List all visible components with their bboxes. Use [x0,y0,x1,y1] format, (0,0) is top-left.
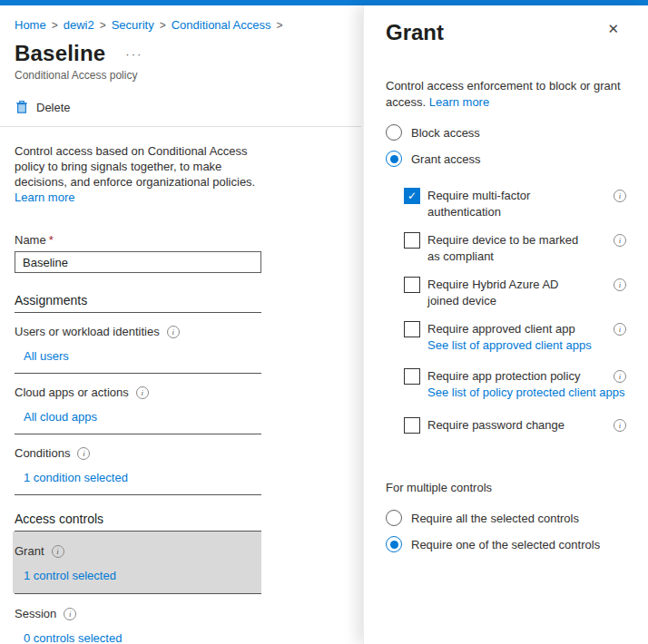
mfa-label: Require multi-factor authentication [427,188,591,220]
checkbox-unchecked-icon[interactable] [404,321,420,337]
require-all-option[interactable]: Require all the selected controls [386,509,626,527]
control-password-change: Require password change i [404,417,626,434]
info-icon[interactable]: i [77,447,90,460]
info-icon[interactable]: i [614,370,626,383]
row-cloud-apps: Cloud apps or actions i All cloud apps [15,385,270,434]
block-access-label: Block access [411,126,480,140]
breadcrumb-separator: > [52,19,58,32]
page-layout: Home>dewi2>Security>Conditional Access> … [0,5,648,644]
assignments-header: Assignments [15,293,270,307]
divider [15,373,261,374]
breadcrumb: Home>dewi2>Security>Conditional Access> [15,18,363,32]
require-one-label: Require one of the selected controls [411,538,600,551]
control-app-protection: Require app protection policy i [404,368,626,385]
hybrid-joined-label: Require Hybrid Azure AD joined device [427,277,591,309]
info-icon[interactable]: i [167,326,180,338]
breadcrumb-separator: > [277,19,283,32]
access-radio-group: Block access Grant access [386,123,626,168]
delete-label: Delete [36,101,71,114]
approved-apps-list-link[interactable]: See list of approved client apps [427,338,592,352]
breadcrumb-dewi2[interactable]: dewi2 [64,18,94,32]
conditions-selected-link[interactable]: 1 condition selected [24,471,128,484]
grant-access-option[interactable]: Grant access [386,150,626,168]
panel-description-text: Control access enforcement to block or g… [386,79,621,109]
access-controls-header: Access controls [15,512,270,526]
password-change-label: Require password change [427,417,591,434]
breadcrumb-conditional-access[interactable]: Conditional Access [172,18,271,32]
page-subtitle: Conditional Access policy [15,69,363,82]
name-input[interactable] [15,251,261,273]
required-asterisk: * [49,233,54,247]
toolbar: Delete [15,96,363,118]
app-protection-label: Require app protection policy [427,368,591,385]
page-title: Baseline [15,41,105,66]
checkbox-checked-icon[interactable]: ✓ [404,188,420,204]
name-field-label: Name* [15,233,270,247]
learn-more-link[interactable]: Learn more [15,190,74,205]
row-users: Users or workload identities i All users [15,325,270,374]
grant-access-label: Grant access [411,152,481,166]
divider [15,494,261,495]
divider [15,434,261,434]
toolbar-divider [0,126,361,127]
name-label-text: Name [15,233,46,247]
grant-flyout-panel: Grant ✕ Control access enforcement to bl… [363,5,648,644]
info-icon[interactable]: i [614,234,626,247]
row-conditions-label: Conditions [15,446,70,460]
divider [15,593,261,594]
require-one-option[interactable]: Require one of the selected controls [386,535,626,553]
panel-description: Control access enforcement to block or g… [386,78,626,111]
row-session-label: Session [15,607,56,620]
radio-selected-icon [386,151,402,167]
approved-app-label: Require approved client app [427,321,591,337]
checkbox-unchecked-icon[interactable] [404,368,420,385]
compliant-device-label: Require device to be marked as compliant [427,232,591,265]
protected-apps-list-link[interactable]: See list of policy protected client apps [427,385,625,399]
row-grant-label: Grant [15,544,44,558]
checkbox-unchecked-icon[interactable] [404,232,420,249]
info-icon[interactable]: i [136,386,149,399]
all-users-link[interactable]: All users [24,349,69,363]
require-all-label: Require all the selected controls [411,512,579,525]
info-icon[interactable]: i [614,419,626,432]
info-icon[interactable]: i [52,545,64,558]
multiple-controls-header: For multiple controls [386,481,626,494]
row-users-label: Users or workload identities [15,325,160,338]
control-hybrid-joined: Require Hybrid Azure AD joined device i [404,277,626,309]
grant-controls-group: ✓ Require multi-factor authentication i … [404,188,626,434]
breadcrumb-security[interactable]: Security [112,18,154,32]
radio-unselected-icon [386,124,402,141]
control-mfa: ✓ Require multi-factor authentication i [404,188,626,220]
info-icon[interactable]: i [614,323,626,336]
panel-title: Grant [386,20,626,45]
control-approved-app: Require approved client app i [404,321,626,337]
info-icon[interactable]: i [614,278,626,291]
row-grant-selected: Grant i 1 control selected [13,532,261,593]
delete-button[interactable]: Delete [15,100,71,114]
info-icon[interactable]: i [614,190,626,202]
delete-icon [15,100,29,114]
info-icon[interactable]: i [64,608,76,620]
breadcrumb-home[interactable]: Home [15,18,46,32]
block-access-option[interactable]: Block access [386,123,626,141]
breadcrumb-separator: > [160,19,166,32]
policy-description-text: Control access based on Conditional Acce… [15,144,255,189]
control-compliant-device: Require device to be marked as compliant… [404,232,626,265]
policy-description: Control access based on Conditional Acce… [15,143,270,205]
more-menu-icon[interactable]: ··· [125,47,142,61]
close-icon[interactable]: ✕ [607,22,619,35]
session-selected-link[interactable]: 0 controls selected [24,631,122,644]
radio-selected-icon [386,536,402,552]
all-cloud-apps-link[interactable]: All cloud apps [24,410,97,424]
row-session: Session i 0 controls selected [15,607,270,644]
checkbox-unchecked-icon[interactable] [404,417,420,434]
panel-learn-more-link[interactable]: Learn more [429,95,489,109]
radio-unselected-icon [386,510,402,526]
row-conditions: Conditions i 1 condition selected [15,446,270,495]
multiple-controls-radio-group: Require all the selected controls Requir… [386,509,626,553]
policy-main-area: Home>dewi2>Security>Conditional Access> … [0,5,363,644]
grant-selected-link[interactable]: 1 control selected [24,569,116,582]
breadcrumb-separator: > [100,19,106,32]
row-cloud-apps-label: Cloud apps or actions [15,385,129,399]
checkbox-unchecked-icon[interactable] [404,277,420,293]
